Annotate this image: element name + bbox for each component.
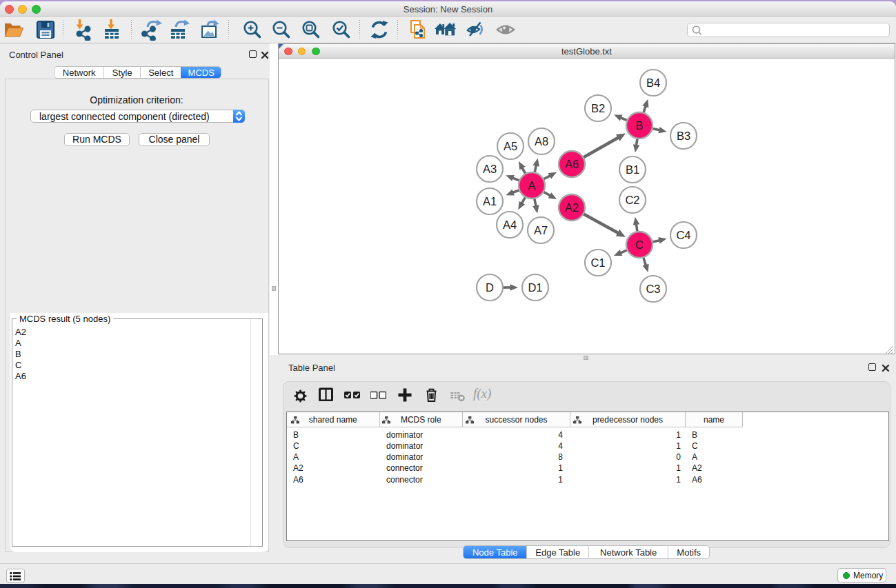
svg-text:C3: C3 — [646, 283, 660, 295]
svg-text:A3: A3 — [483, 163, 497, 175]
svg-text:A: A — [528, 179, 535, 192]
svg-text:B2: B2 — [591, 102, 605, 114]
svg-text:A8: A8 — [535, 135, 548, 148]
svg-text:A2: A2 — [565, 201, 579, 214]
svg-text:C4: C4 — [676, 229, 690, 241]
svg-text:B: B — [635, 119, 643, 132]
svg-text:A6: A6 — [565, 158, 579, 170]
svg-text:D1: D1 — [528, 281, 542, 294]
svg-text:D: D — [486, 281, 494, 294]
svg-text:A5: A5 — [504, 140, 517, 152]
svg-text:C1: C1 — [590, 256, 605, 269]
svg-text:B4: B4 — [646, 77, 660, 89]
svg-text:B3: B3 — [677, 130, 690, 142]
svg-text:C: C — [635, 239, 644, 251]
svg-text:C2: C2 — [625, 194, 639, 206]
svg-text:A4: A4 — [503, 219, 517, 231]
svg-text:A1: A1 — [483, 195, 497, 207]
svg-text:A7: A7 — [534, 224, 548, 236]
svg-text:B1: B1 — [626, 163, 639, 176]
